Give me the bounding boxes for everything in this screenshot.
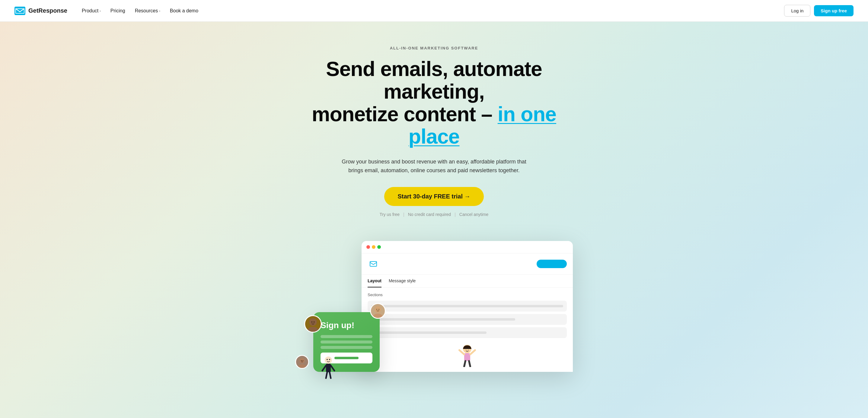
nav-book-demo[interactable]: Book a demo — [166, 6, 202, 16]
svg-point-8 — [311, 321, 312, 322]
editor-action-button[interactable] — [537, 260, 567, 268]
nav-pricing[interactable]: Pricing — [107, 6, 129, 16]
signup-field-1 — [320, 335, 372, 338]
headline-part2: monetize content – — [312, 102, 498, 125]
logo[interactable]: GetResponse — [14, 7, 67, 15]
editor-header — [362, 253, 573, 275]
svg-point-5 — [378, 309, 379, 310]
svg-point-21 — [329, 359, 330, 360]
svg-line-28 — [469, 361, 470, 366]
headline-part1: Send emails, automate marketing, — [326, 57, 542, 103]
editor-titlebar — [362, 241, 573, 253]
product-chevron-icon: › — [100, 9, 101, 13]
svg-point-20 — [327, 359, 328, 360]
sections-label: Sections — [368, 293, 567, 297]
cta-trial-button[interactable]: Start 30-day FREE trial → — [384, 187, 484, 206]
avatar-2 — [304, 315, 322, 333]
illustration-figure — [319, 356, 337, 381]
svg-line-16 — [322, 365, 326, 371]
svg-rect-24 — [464, 353, 470, 361]
tab-layout[interactable]: Layout — [368, 275, 381, 287]
svg-rect-15 — [326, 364, 331, 372]
svg-point-30 — [468, 348, 469, 349]
avatar-3 — [295, 355, 309, 369]
micro-cancel: Cancel anytime — [459, 212, 489, 217]
svg-point-29 — [465, 348, 467, 349]
editor-tabs: Layout Message style — [362, 275, 573, 288]
hero-headline: Send emails, automate marketing, monetiz… — [298, 58, 570, 148]
resources-chevron-icon: › — [159, 9, 160, 13]
signup-btn-line — [334, 357, 359, 359]
titlebar-dot-red — [366, 245, 370, 249]
email-icon — [368, 258, 379, 269]
signup-field-3 — [320, 346, 372, 349]
svg-point-10 — [300, 358, 305, 363]
micro-no-cc: No credit card required — [408, 212, 451, 217]
signup-field-2 — [320, 341, 372, 344]
editor-content-area: Sections — [362, 288, 573, 372]
micro-sep-1: | — [403, 212, 404, 217]
svg-point-7 — [308, 327, 318, 333]
nav-links: Product › Pricing Resources › Book a dem… — [78, 6, 202, 16]
titlebar-dot-green — [377, 245, 381, 249]
svg-point-11 — [298, 364, 306, 369]
svg-point-4 — [376, 309, 377, 310]
mockup-email-editor: Layout Message style Sections — [362, 241, 573, 372]
svg-line-27 — [464, 361, 465, 366]
svg-point-12 — [301, 360, 302, 361]
hero-content: ALL-IN-ONE MARKETING SOFTWARE Send email… — [298, 46, 570, 235]
svg-point-9 — [314, 321, 314, 322]
hero-section: ALL-IN-ONE MARKETING SOFTWARE Send email… — [0, 22, 868, 418]
hero-micro-text: Try us free | No credit card required | … — [298, 212, 570, 217]
svg-rect-0 — [14, 7, 25, 15]
navbar-left: GetResponse Product › Pricing Resources … — [14, 6, 202, 16]
signup-card-title: Sign up! — [320, 321, 372, 330]
svg-rect-22 — [370, 261, 377, 266]
logo-icon — [14, 7, 25, 15]
logo-text: GetResponse — [28, 7, 67, 14]
hero-eyebrow: ALL-IN-ONE MARKETING SOFTWARE — [298, 46, 570, 51]
hero-mockups: Sign up! — [268, 241, 600, 372]
svg-point-2 — [373, 314, 383, 319]
editor-illustration — [368, 343, 567, 367]
section-item-1 — [368, 301, 567, 312]
nav-product[interactable]: Product › — [78, 6, 104, 16]
svg-line-18 — [326, 372, 327, 378]
navbar-right: Log in Sign up free — [784, 5, 854, 17]
editor-body: Sections — [362, 288, 573, 372]
micro-try-free: Try us free — [380, 212, 400, 217]
section-item-3 — [368, 327, 567, 338]
hero-subtext: Grow your business and boost revenue wit… — [340, 157, 528, 175]
titlebar-dot-yellow — [372, 245, 375, 249]
svg-point-6 — [309, 318, 317, 326]
nav-resources[interactable]: Resources › — [131, 6, 164, 16]
svg-line-19 — [330, 372, 331, 378]
tab-message-style[interactable]: Message style — [389, 275, 415, 287]
svg-point-3 — [375, 306, 381, 313]
micro-sep-2: | — [455, 212, 456, 217]
avatar-1 — [370, 303, 386, 319]
mockup-signup-card: Sign up! — [313, 312, 380, 372]
signup-button[interactable]: Sign up free — [814, 5, 854, 16]
navbar: GetResponse Product › Pricing Resources … — [0, 0, 868, 22]
svg-point-13 — [302, 360, 303, 361]
svg-point-14 — [325, 356, 332, 364]
section-item-2 — [368, 314, 567, 325]
login-button[interactable]: Log in — [784, 5, 810, 17]
svg-line-17 — [331, 365, 334, 371]
